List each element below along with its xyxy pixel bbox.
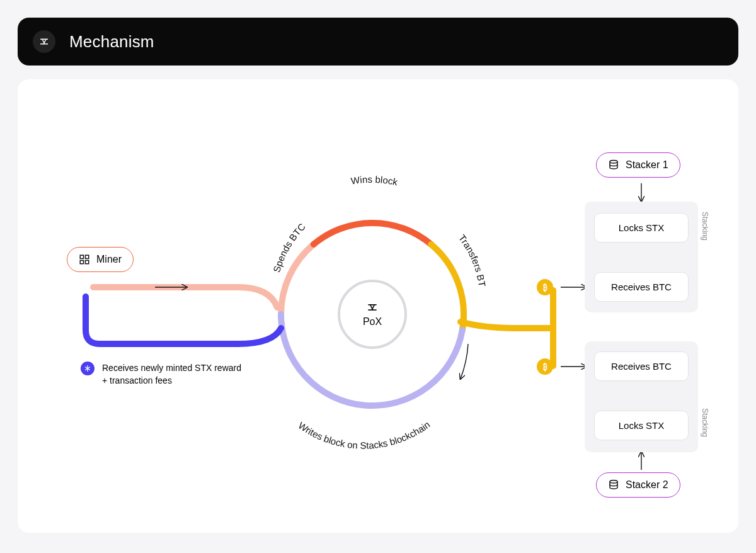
svg-point-16	[610, 481, 617, 484]
stacking-label-bottom: Stacking	[701, 408, 709, 437]
stacker-1-label: Stacker 1	[626, 159, 668, 171]
database-icon	[608, 479, 619, 491]
bitcoin-icon: ₿	[537, 358, 553, 375]
svg-rect-14	[86, 261, 89, 264]
svg-rect-11	[80, 255, 83, 258]
reward-note-text: Receives newly minted STX reward + trans…	[102, 362, 244, 387]
reward-note: Receives newly minted STX reward + trans…	[81, 362, 244, 387]
pox-label: PoX	[363, 316, 382, 328]
bitcoin-icon: ₿	[537, 279, 553, 295]
svg-text:Spends BTC: Spends BTC	[271, 221, 307, 273]
svg-rect-13	[80, 261, 83, 264]
svg-point-15	[610, 161, 617, 164]
stacks-logo-icon	[33, 30, 55, 53]
ring-label-writes: Writes block on Stacks blockchain	[297, 419, 432, 451]
receives-btc-box-top: Receives BTC	[594, 272, 689, 302]
stacker-2-label: Stacker 2	[626, 479, 668, 491]
stacks-icon	[366, 301, 379, 314]
svg-text:Writes block on Stacks blockch: Writes block on Stacks blockchain	[297, 419, 432, 451]
locks-stx-box-bottom: Locks STX	[594, 411, 689, 440]
stacker-2-node: Stacker 2	[596, 472, 680, 498]
miner-label: Miner	[96, 254, 122, 265]
svg-text:Wins block: Wins block	[350, 174, 399, 188]
database-icon	[608, 159, 619, 171]
ring-label-spends: Spends BTC	[271, 221, 307, 273]
ring-label-wins: Wins block	[350, 174, 399, 188]
page-title: Mechanism	[69, 32, 154, 52]
stacking-label-top: Stacking	[701, 212, 709, 241]
grid-icon	[79, 254, 90, 265]
stacker-1-node: Stacker 1	[596, 152, 680, 178]
svg-rect-12	[86, 255, 89, 258]
receives-btc-box-bottom: Receives BTC	[594, 351, 689, 381]
header-bar: Mechanism	[18, 18, 738, 66]
miner-node: Miner	[67, 247, 134, 272]
mechanism-diagram-card: Spends BTC Wins block Transfers BTC Writ…	[18, 79, 738, 533]
pox-center-badge: PoX	[338, 280, 407, 349]
locks-stx-box-top: Locks STX	[594, 213, 689, 242]
stx-badge-icon	[81, 362, 94, 375]
